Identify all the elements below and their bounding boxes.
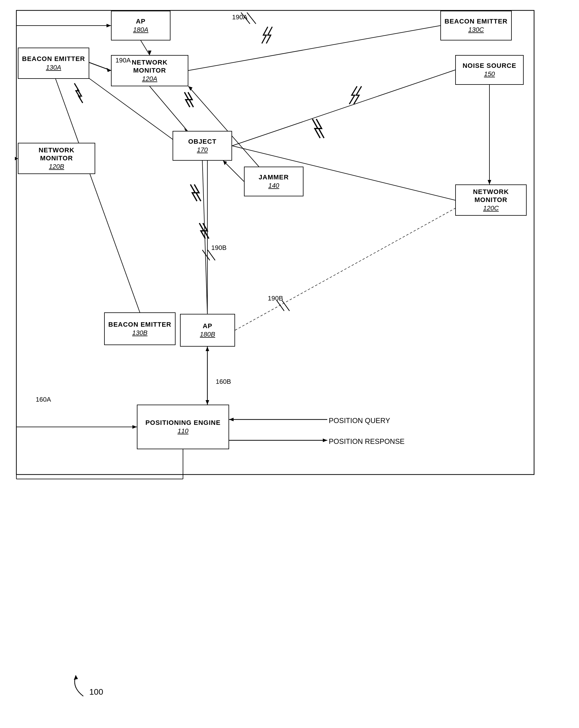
beacon-emitter-130c-node: BEACON EMITTER 130C <box>440 11 512 41</box>
svg-line-14 <box>88 77 182 146</box>
ap-180b-ref: 180B <box>200 331 215 338</box>
svg-line-27 <box>247 12 256 24</box>
beacon-emitter-130b-ref: 130B <box>132 329 147 337</box>
network-monitor-120b-ref: 120B <box>49 163 64 171</box>
ap-180b-node: AP 180B <box>180 314 235 346</box>
noise-source-150-node: NOISE SOURCE 150 <box>455 55 524 85</box>
network-monitor-120b-title: NETWORK MONITOR <box>22 146 91 162</box>
svg-line-18 <box>232 70 455 146</box>
svg-line-35 <box>55 77 140 312</box>
svg-marker-12 <box>15 157 18 160</box>
beacon-emitter-130b-node: BEACON EMITTER 130B <box>104 312 176 345</box>
jammer-140-title: JAMMER <box>259 174 289 181</box>
label-190b-mid: 190B <box>211 244 227 252</box>
label-190b-bot: 190B <box>268 294 283 302</box>
svg-marker-45 <box>229 418 234 421</box>
object-170-node: OBJECT 170 <box>173 131 232 161</box>
label-100: 100 <box>89 687 103 697</box>
label-160a: 160A <box>36 396 51 404</box>
svg-line-0 <box>141 41 150 55</box>
svg-marker-40 <box>206 346 209 351</box>
jammer-140-ref: 140 <box>268 182 280 189</box>
network-monitor-120a-ref: 120A <box>142 75 157 83</box>
svg-marker-43 <box>132 425 137 429</box>
positioning-engine-110-node: POSITIONING ENGINE 110 <box>137 405 229 449</box>
object-170-ref: 170 <box>197 146 208 154</box>
svg-marker-22 <box>223 161 227 165</box>
object-170-title: OBJECT <box>188 138 216 146</box>
svg-line-37 <box>235 208 455 330</box>
beacon-emitter-130a-title: BEACON EMITTER <box>22 55 85 63</box>
label-160b: 160B <box>216 378 231 386</box>
network-monitor-120c-node: NETWORK MONITOR 120C <box>455 184 527 216</box>
diagram-container: AP 180A BEACON EMITTER 130C BEACON EMITT… <box>0 0 579 728</box>
positioning-engine-110-title: POSITIONING ENGINE <box>146 419 221 426</box>
svg-marker-39 <box>206 400 209 405</box>
svg-marker-10 <box>107 24 111 27</box>
label-position-query: POSITION QUERY <box>329 417 390 425</box>
svg-line-17 <box>188 26 440 71</box>
svg-line-30 <box>202 250 210 260</box>
beacon-emitter-130a-node: BEACON EMITTER 130A <box>18 48 89 79</box>
diagram-svg <box>0 0 579 728</box>
svg-line-2 <box>89 62 111 71</box>
network-monitor-120b-node: NETWORK MONITOR 120B <box>18 143 95 174</box>
svg-line-34 <box>202 161 207 314</box>
svg-marker-24 <box>188 86 192 91</box>
jammer-140-node: JAMMER 140 <box>244 166 304 197</box>
label-190a-top: 190A <box>232 14 247 21</box>
svg-line-15 <box>150 86 187 131</box>
network-monitor-120c-ref: 120C <box>483 204 499 212</box>
label-190a-mid: 190A <box>115 56 131 64</box>
beacon-emitter-130c-ref: 130C <box>468 26 484 34</box>
svg-marker-3 <box>107 68 111 72</box>
noise-source-150-title: NOISE SOURCE <box>463 62 517 70</box>
beacon-emitter-130a-ref: 130A <box>46 64 61 71</box>
svg-marker-48 <box>74 675 78 680</box>
ap-180b-title: AP <box>203 322 212 330</box>
beacon-emitter-130c-title: BEACON EMITTER <box>445 18 507 25</box>
ap-180a-node: AP 180A <box>111 11 170 41</box>
noise-source-150-ref: 150 <box>484 70 495 78</box>
ap-180a-ref: 180A <box>133 26 148 34</box>
svg-line-33 <box>282 301 290 311</box>
network-monitor-120c-title: NETWORK MONITOR <box>459 188 523 204</box>
svg-line-21 <box>223 161 244 181</box>
svg-marker-47 <box>323 439 327 442</box>
label-position-response: POSITION RESPONSE <box>329 437 405 446</box>
svg-marker-1 <box>148 51 152 55</box>
positioning-engine-110-ref: 110 <box>178 427 189 435</box>
svg-marker-20 <box>488 180 491 184</box>
beacon-emitter-130b-title: BEACON EMITTER <box>108 321 172 329</box>
ap-180a-title: AP <box>136 18 146 25</box>
